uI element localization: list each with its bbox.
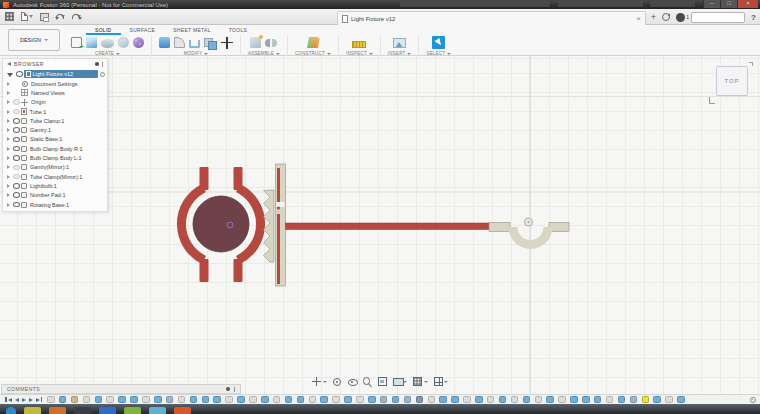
timeline-feature-icon[interactable] xyxy=(582,396,590,404)
timeline-feature-icon[interactable] xyxy=(71,396,79,404)
visibility-eye-icon[interactable] xyxy=(16,71,24,77)
timeline-feature-icon[interactable] xyxy=(511,396,519,404)
timeline-feature-icon[interactable] xyxy=(463,396,471,404)
model-viewport[interactable]: BROWSER Light Fixture v12 Document Setti… xyxy=(0,56,760,394)
grid-button[interactable] xyxy=(413,377,428,386)
browser-row[interactable]: Rotating Base:1 xyxy=(3,200,107,209)
tab-close-icon[interactable]: × xyxy=(636,15,641,23)
timeline-feature-icon[interactable] xyxy=(106,396,114,404)
timeline-feature-icon[interactable] xyxy=(95,396,103,404)
expand-arrow-icon[interactable] xyxy=(7,175,10,179)
save-icon[interactable] xyxy=(40,13,49,21)
minimize-button[interactable]: – xyxy=(703,0,720,8)
play-button[interactable] xyxy=(22,398,26,402)
create-sketch-icon[interactable] xyxy=(71,37,82,48)
revolve-tool-icon[interactable] xyxy=(118,37,129,48)
joint-icon[interactable] xyxy=(265,37,277,49)
timeline-feature-icon[interactable] xyxy=(439,396,447,404)
visibility-eye-icon[interactable] xyxy=(13,118,21,124)
browser-row[interactable]: Bulb Clamp Body L:1 xyxy=(3,153,107,162)
visibility-eye-icon[interactable] xyxy=(13,183,21,189)
fit-button[interactable] xyxy=(378,377,387,386)
taskbar-app-icon[interactable] xyxy=(74,407,91,414)
timeline-feature-icon[interactable] xyxy=(213,396,221,404)
browser-row[interactable]: Gantry:1 xyxy=(3,125,107,134)
tab-solid[interactable]: SOLID xyxy=(86,25,121,35)
timeline-feature-icon[interactable] xyxy=(344,396,352,404)
timeline-feature-icon[interactable] xyxy=(59,396,67,404)
expand-arrow-icon[interactable] xyxy=(7,91,10,95)
timeline-feature-icon[interactable] xyxy=(570,396,578,404)
browser-row[interactable]: Origin xyxy=(3,98,107,107)
timeline-feature-icon[interactable] xyxy=(428,396,436,404)
measure-icon[interactable] xyxy=(352,41,366,48)
shell-icon[interactable] xyxy=(189,40,200,48)
timeline-feature-icon[interactable] xyxy=(618,396,626,404)
timeline-feature-icon[interactable] xyxy=(225,396,233,404)
file-menu-icon[interactable] xyxy=(21,12,28,21)
collapse-panel-icon[interactable] xyxy=(7,62,11,66)
timeline-feature-icon[interactable] xyxy=(523,396,531,404)
timeline-feature-icon[interactable] xyxy=(356,396,364,404)
timeline-feature-icon[interactable] xyxy=(594,396,602,404)
comment-bubble-icon[interactable] xyxy=(226,387,230,391)
visibility-eye-icon[interactable] xyxy=(13,99,21,105)
timeline-feature-icon[interactable] xyxy=(487,396,495,404)
collapse-arrow-icon[interactable] xyxy=(7,73,13,77)
visibility-eye-icon[interactable] xyxy=(13,202,21,208)
form-tool-icon[interactable] xyxy=(133,37,144,48)
browser-row[interactable]: Tube:1 xyxy=(3,107,107,116)
visibility-eye-icon[interactable] xyxy=(13,109,21,115)
timeline-feature-icon[interactable] xyxy=(118,396,126,404)
expand-arrow-icon[interactable] xyxy=(7,137,10,141)
visibility-eye-icon[interactable] xyxy=(13,155,21,161)
timeline-feature-icon[interactable] xyxy=(320,396,328,404)
visibility-eye-icon[interactable] xyxy=(13,165,21,171)
visibility-eye-icon[interactable] xyxy=(13,127,21,133)
select-tool-icon[interactable] xyxy=(432,36,445,49)
combine-icon[interactable] xyxy=(204,37,217,48)
taskbar-app-icon[interactable] xyxy=(49,407,66,414)
app-grid-icon[interactable] xyxy=(5,12,14,21)
tab-sheet-metal[interactable]: SHEET METAL xyxy=(164,25,220,35)
timeline-feature-icon[interactable] xyxy=(653,396,661,404)
expand-arrow-icon[interactable] xyxy=(7,128,10,132)
browser-row[interactable]: Document Settings xyxy=(3,79,107,88)
taskbar-app-icon[interactable] xyxy=(174,407,191,414)
maximize-button[interactable]: □ xyxy=(720,0,737,8)
taskbar-app-icon[interactable] xyxy=(6,407,16,414)
browser-row[interactable]: Static Base:1 xyxy=(3,135,107,144)
timeline-feature-icon[interactable] xyxy=(665,396,673,404)
timeline-feature-icon[interactable] xyxy=(332,396,340,404)
timeline-feature-icon[interactable] xyxy=(285,396,293,404)
browser-row[interactable]: Named Views xyxy=(3,88,107,97)
expand-arrow-icon[interactable] xyxy=(7,165,10,169)
timeline-feature-icon[interactable] xyxy=(249,396,257,404)
timeline-feature-icon[interactable] xyxy=(642,396,650,404)
visibility-eye-icon[interactable] xyxy=(13,146,21,152)
vp-button[interactable] xyxy=(434,377,449,386)
timeline-feature-icon[interactable] xyxy=(475,396,483,404)
go-to-start-button[interactable] xyxy=(5,397,12,402)
new-component-icon[interactable] xyxy=(250,37,261,48)
visibility-eye-icon[interactable] xyxy=(13,192,21,198)
browser-row[interactable]: Number Pad:1 xyxy=(3,191,107,200)
tube-clamp-left-tab-top[interactable] xyxy=(200,167,209,190)
timeline-feature-icon[interactable] xyxy=(451,396,459,404)
timeline-feature-icon[interactable] xyxy=(178,396,186,404)
rack-gear[interactable] xyxy=(264,190,275,262)
comments-panel[interactable]: COMMENTS xyxy=(1,384,241,394)
workspace-selector[interactable]: DESIGN xyxy=(8,29,60,51)
expand-arrow-icon[interactable] xyxy=(7,110,10,114)
taskbar-app-icon[interactable] xyxy=(99,407,116,414)
taskbar-app-icon[interactable] xyxy=(124,407,141,414)
expand-arrow-icon[interactable] xyxy=(7,193,10,197)
timeline-feature-icon[interactable] xyxy=(380,396,388,404)
display-button[interactable] xyxy=(393,377,408,386)
insert-image-icon[interactable] xyxy=(393,38,406,48)
browser-root-row[interactable]: Light Fixture v12 xyxy=(3,69,107,79)
close-button[interactable]: × xyxy=(737,0,758,8)
timeline-feature-icon[interactable] xyxy=(202,396,210,404)
bulb-clamp-bar-left[interactable] xyxy=(489,223,510,232)
timeline-feature-icon[interactable] xyxy=(558,396,566,404)
